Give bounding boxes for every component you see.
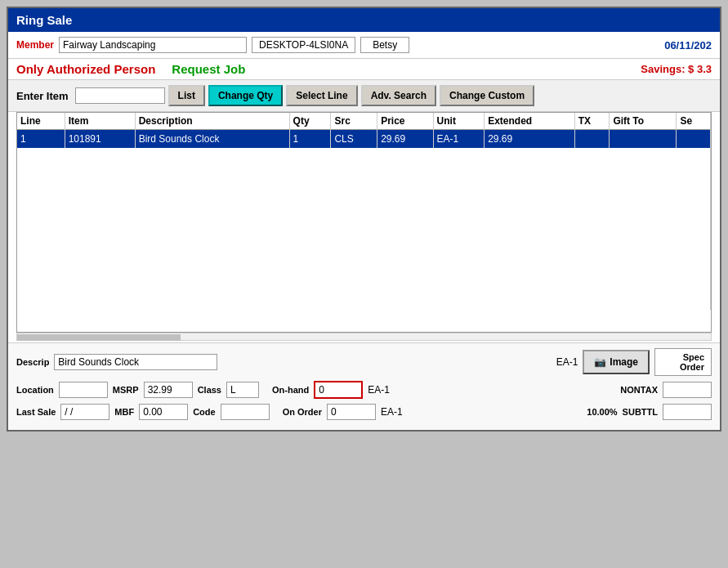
request-text: Request Job: [172, 62, 245, 76]
onhand-label: On-hand: [272, 385, 309, 395]
table-row[interactable]: [17, 238, 711, 256]
col-gift-to: Gift To: [610, 113, 677, 130]
auth-text: Only Authorized Person: [16, 62, 155, 76]
horizontal-scrollbar[interactable]: [16, 333, 712, 341]
msrp-input[interactable]: [144, 382, 193, 398]
bottom-row-1: Descrip EA-1 📷 Image SpecOrder: [16, 348, 712, 376]
main-window: Ring Sale Member DESKTOP-4LSI0NA Betsy 0…: [7, 7, 721, 432]
ea-label-1: EA-1: [556, 356, 578, 368]
cell-src: CLS: [331, 130, 377, 148]
cell-qty: 1: [289, 130, 331, 148]
table-row[interactable]: [17, 202, 711, 220]
class-label: Class: [198, 385, 221, 395]
cell-item: 101891: [65, 130, 135, 148]
code-label: Code: [193, 407, 216, 417]
tax-pct-label: 10.00%: [587, 407, 617, 417]
subttl-label: SUBTTL: [623, 407, 658, 417]
table-row[interactable]: [17, 148, 711, 166]
user-field: Betsy: [360, 37, 409, 53]
cell-description: Bird Sounds Clock: [135, 130, 289, 148]
mbf-input[interactable]: [139, 404, 188, 420]
image-button[interactable]: 📷 Image: [583, 350, 650, 374]
change-custom-button[interactable]: Change Custom: [440, 85, 534, 106]
enter-item-input[interactable]: [75, 87, 165, 104]
cell-tx: [574, 130, 610, 148]
member-bar: Member DESKTOP-4LSI0NA Betsy 06/11/202: [8, 32, 720, 59]
mbf-label: MBF: [114, 407, 134, 417]
main-table: Line Item Description Qty Src Price Unit…: [17, 113, 711, 310]
nontax-row: NONTAX: [620, 382, 712, 398]
adv-search-button[interactable]: Adv. Search: [361, 85, 436, 106]
onhand-unit-label: EA-1: [368, 384, 390, 396]
nontax-label: NONTAX: [620, 385, 658, 395]
col-se: Se: [677, 113, 711, 130]
table-row[interactable]: [17, 166, 711, 184]
bottom-row-3: Last Sale MBF Code On Order EA-1 10.00% …: [16, 404, 712, 420]
last-sale-input[interactable]: [60, 404, 109, 420]
on-order-label: On Order: [283, 407, 322, 417]
nontax-input[interactable]: [663, 382, 712, 398]
col-tx: TX: [574, 113, 610, 130]
code-input[interactable]: [221, 404, 270, 420]
col-qty: Qty: [289, 113, 331, 130]
subttl-row: SUBTTL: [623, 404, 712, 420]
col-description: Description: [135, 113, 289, 130]
onhand-input[interactable]: [314, 381, 363, 399]
col-item: Item: [65, 113, 135, 130]
col-src: Src: [331, 113, 377, 130]
cell-se: [677, 130, 711, 148]
table-row[interactable]: [17, 220, 711, 238]
bottom-panel: Descrip EA-1 📷 Image SpecOrder Location …: [8, 342, 720, 430]
date-field: 06/11/202: [664, 39, 712, 51]
descrip-input[interactable]: [54, 354, 217, 370]
last-sale-label: Last Sale: [16, 407, 56, 417]
select-line-button[interactable]: Select Line: [286, 85, 357, 106]
col-extended: Extended: [485, 113, 575, 130]
change-qty-button[interactable]: Change Qty: [208, 85, 283, 106]
col-unit: Unit: [433, 113, 485, 130]
table-row[interactable]: [17, 256, 711, 274]
cell-gift-to: [610, 130, 677, 148]
enter-item-label: Enter Item: [16, 90, 69, 102]
list-button[interactable]: List: [168, 85, 205, 106]
desktop-field: DESKTOP-4LSI0NA: [252, 37, 355, 53]
descrip-label: Descrip: [16, 357, 49, 367]
window-title: Ring Sale: [16, 13, 72, 27]
location-input[interactable]: [59, 382, 108, 398]
table-row[interactable]: [17, 184, 711, 202]
spec-order-box: SpecOrder: [654, 348, 712, 376]
col-line: Line: [17, 113, 65, 130]
camera-icon: 📷: [594, 356, 606, 368]
cell-price: 29.69: [377, 130, 433, 148]
table-row[interactable]: [17, 274, 711, 292]
spec-order-label: SpecOrder: [680, 352, 704, 372]
cell-line: 1: [17, 130, 65, 148]
cell-extended: 29.69: [485, 130, 575, 148]
col-price: Price: [377, 113, 433, 130]
class-input[interactable]: [226, 382, 259, 398]
table-row[interactable]: 1 101891 Bird Sounds Clock 1 CLS 29.69 E…: [17, 130, 711, 148]
on-order-unit-label: EA-1: [381, 406, 403, 418]
table-row[interactable]: [17, 292, 711, 310]
bottom-row-2: Location MSRP Class On-hand EA-1 NONTAX: [16, 381, 712, 399]
location-label: Location: [16, 385, 54, 395]
on-order-input[interactable]: [327, 404, 376, 420]
toolbar: Enter Item List Change Qty Select Line A…: [8, 79, 720, 112]
auth-bar: Only Authorized Person Request Job Savin…: [8, 59, 720, 79]
subttl-input[interactable]: [663, 404, 712, 420]
member-input[interactable]: [59, 37, 247, 53]
savings-text: Savings: $ 3.3: [641, 63, 712, 75]
title-bar: Ring Sale: [8, 8, 720, 32]
msrp-label: MSRP: [113, 385, 139, 395]
cell-unit: EA-1: [433, 130, 485, 148]
member-label: Member: [16, 39, 54, 51]
main-table-container: Line Item Description Qty Src Price Unit…: [16, 112, 712, 333]
